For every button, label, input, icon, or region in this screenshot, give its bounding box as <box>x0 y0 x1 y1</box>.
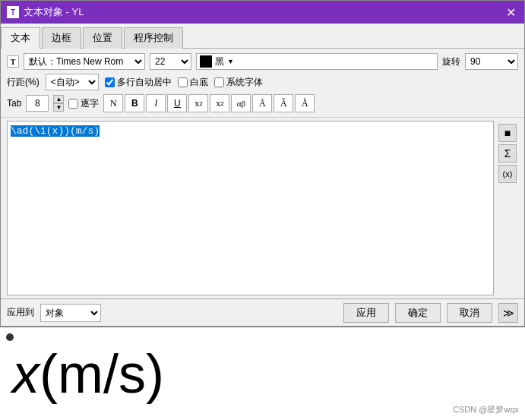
bold-format-btn[interactable]: B <box>125 94 144 112</box>
cancel-button[interactable]: 取消 <box>447 303 492 323</box>
multiline-label: 多行自动居中 <box>117 76 172 89</box>
charbychar-checkbox[interactable] <box>68 99 78 109</box>
whitebg-checkbox-label[interactable]: 白底 <box>178 76 208 89</box>
multiline-checkbox-label[interactable]: 多行自动居中 <box>105 76 172 89</box>
tab-input[interactable] <box>26 95 49 112</box>
greek-format-btn[interactable]: αβ <box>231 94 251 112</box>
footer: 应用到 对象 应用 确定 取消 ≫ <box>1 298 524 326</box>
toolbar-row-2: 行距(%) <自动> 多行自动居中 白底 系统字体 <box>7 74 518 90</box>
spin-down-button[interactable]: ▼ <box>53 103 64 112</box>
function-button[interactable]: (x) <box>498 165 517 183</box>
normal-format-btn[interactable]: N <box>103 94 123 112</box>
spin-up-button[interactable]: ▲ <box>53 95 64 103</box>
font-select[interactable]: 默认：Times New Rom <box>24 53 145 70</box>
tab-label: Tab <box>7 98 21 109</box>
color-label: 黑 <box>215 55 224 68</box>
charbychar-label: 逐字 <box>81 97 99 110</box>
apply-to-select[interactable]: 对象 <box>40 304 101 322</box>
rotation-select[interactable]: 90 <box>465 53 518 70</box>
subscript-format-btn[interactable]: x2 <box>210 94 229 112</box>
close-button[interactable]: ✕ <box>503 5 518 20</box>
font-type-icon: T <box>7 55 19 68</box>
color-arrow-icon: ▼ <box>227 58 234 65</box>
rotation-label: 旋转 <box>442 55 460 68</box>
preview-dot <box>6 333 14 341</box>
toolbar-row-1: T 默认：Times New Rom 22 黑 ▼ 旋转 90 <box>7 53 518 70</box>
a-bar-format-btn[interactable]: Ā <box>252 94 272 112</box>
tab-bar: 文本 边框 位置 程序控制 <box>1 24 524 49</box>
format-buttons: N B I U x2 x2 αβ Ā Ã Å <box>103 94 315 112</box>
insert-symbol-button[interactable]: ■ <box>498 124 517 142</box>
toolbar-row-3: Tab ▲ ▼ 逐字 N B I U x2 x2 αβ Ā Ã Å <box>7 94 518 112</box>
whitebg-label: 白底 <box>190 76 208 89</box>
window-icon: T <box>7 6 19 18</box>
underline-format-btn[interactable]: U <box>167 94 187 112</box>
title-bar: T 文本对象 - YL ✕ <box>1 1 524 24</box>
title-bar-left: T 文本对象 - YL <box>7 5 84 19</box>
window-title: 文本对象 - YL <box>24 5 84 19</box>
a-tilde-format-btn[interactable]: Ã <box>274 94 293 112</box>
selected-content: \ad(\i(x))(m/s) <box>11 125 100 137</box>
editor-area: \ad(\i(x))(m/s) ■ Σ (x) <box>1 118 524 298</box>
apply-to-label: 应用到 <box>7 306 34 319</box>
multiline-checkbox[interactable] <box>105 77 115 87</box>
spacing-select[interactable]: <自动> <box>46 74 99 90</box>
toolbar: T 默认：Times New Rom 22 黑 ▼ 旋转 90 行距(%) <自… <box>1 49 524 118</box>
sysfont-checkbox-label[interactable]: 系统字体 <box>214 76 263 89</box>
preview-math: x(m/s) <box>12 346 164 402</box>
tab-program-control[interactable]: 程序控制 <box>124 27 183 49</box>
preview-x: x <box>12 343 40 404</box>
ok-button[interactable]: 确定 <box>395 303 441 323</box>
tab-border[interactable]: 边框 <box>42 27 81 49</box>
a-ring-format-btn[interactable]: Å <box>295 94 315 112</box>
preview-unit: (m/s) <box>40 343 164 404</box>
color-swatch <box>200 55 212 68</box>
charbychar-checkbox-label[interactable]: 逐字 <box>68 97 99 110</box>
color-picker[interactable]: 黑 ▼ <box>196 53 438 70</box>
text-editor[interactable]: \ad(\i(x))(m/s) <box>7 121 494 295</box>
main-window: T 文本对象 - YL ✕ 文本 边框 位置 程序控制 T 默认：Times N… <box>0 0 525 327</box>
size-select[interactable]: 22 <box>150 53 191 70</box>
spacing-label: 行距(%) <box>7 76 40 89</box>
sysfont-label: 系统字体 <box>226 76 263 89</box>
tab-text[interactable]: 文本 <box>1 27 40 49</box>
tab-spinbox: ▲ ▼ <box>53 95 64 112</box>
side-tools: ■ Σ (x) <box>497 121 518 295</box>
whitebg-checkbox[interactable] <box>178 77 188 87</box>
preview-area: x(m/s) CSDN @星梦wqx <box>0 327 525 420</box>
tab-position[interactable]: 位置 <box>83 27 122 49</box>
watermark: CSDN @星梦wqx <box>453 404 519 415</box>
expand-button[interactable]: ≫ <box>498 303 518 323</box>
apply-button[interactable]: 应用 <box>343 303 389 323</box>
italic-format-btn[interactable]: I <box>146 94 166 112</box>
sysfont-checkbox[interactable] <box>214 77 224 87</box>
sigma-button[interactable]: Σ <box>498 144 517 163</box>
superscript-format-btn[interactable]: x2 <box>188 94 208 112</box>
